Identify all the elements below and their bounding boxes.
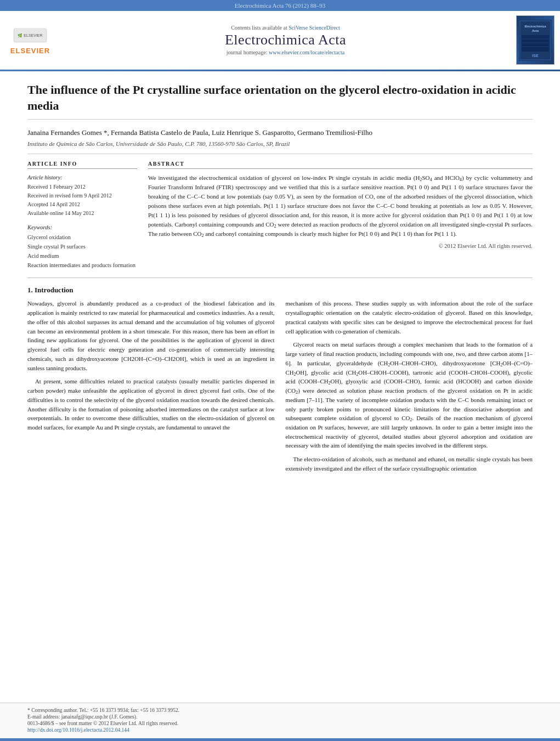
keyword-2: Single crystal Pt surfaces: [27, 244, 86, 250]
article-info-content: Article history: Received 1 February 201…: [27, 173, 137, 218]
footnote-3: 0013-4686/$ – see front matter © 2012 El…: [27, 721, 533, 726]
body-text: Nowadays, glycerol is abundantly produce…: [27, 299, 533, 477]
intro-p2: At present, some difficulties related to…: [27, 377, 275, 432]
intro-p4: Glycerol reacts on metal surfaces throug…: [286, 340, 533, 450]
svg-text:Electrochimica: Electrochimica: [524, 25, 546, 28]
affiliation: Instituto de Química de São Carlos, Univ…: [27, 140, 533, 154]
intro-p1: Nowadays, glycerol is abundantly produce…: [27, 299, 275, 372]
email-label: E-mail address: janainafg@iqsc.usp.br (J…: [27, 714, 137, 720]
authors-text: Janaina Fernandes Gomes *, Fernanda Bati…: [27, 128, 372, 137]
footnote-1: * Corresponding author. Tel.: +55 16 337…: [27, 708, 533, 713]
keyword-4: Reaction intermediates and products form…: [27, 262, 135, 268]
authors: Janaina Fernandes Gomes *, Fernanda Bati…: [27, 127, 533, 138]
journal-title: Electrochimica Acta: [60, 32, 511, 48]
keywords-label: Keywords:: [27, 223, 137, 233]
intro-heading: 1. Introduction: [27, 286, 533, 295]
article-info-label: ARTICLE INFO: [27, 161, 137, 169]
article-title: The influence of the Pt crystalline surf…: [27, 82, 533, 120]
svg-text:🌿 ELSEVIER: 🌿 ELSEVIER: [18, 33, 42, 38]
elsevier-logo: 🌿 ELSEVIER ELSEVIER: [5, 25, 55, 55]
intro-p3: mechanism of this process. These studies…: [286, 299, 533, 336]
sciencedirect-link[interactable]: SciVerse ScienceDirect: [289, 25, 340, 31]
accepted-date: Accepted 14 April 2012: [27, 200, 137, 209]
article-info-column: ARTICLE INFO Article history: Received 1…: [27, 161, 137, 270]
available-date: Available online 14 May 2012: [27, 209, 137, 218]
footer-bar: [0, 738, 560, 741]
elsevier-tree-icon: 🌿 ELSEVIER: [11, 26, 49, 47]
keyword-1: Glycerol oxidation: [27, 234, 71, 240]
abstract-column: ABSTRACT We investigated the electrochem…: [148, 161, 533, 270]
svg-text:ISE: ISE: [532, 54, 539, 58]
received-date: Received 1 February 2012: [27, 183, 137, 191]
journal-cover-image: Electrochimica Acta ISE: [519, 20, 552, 61]
page: Electrochimica Acta 76 (2012) 88–93 🌿 EL…: [0, 0, 560, 741]
journal-homepage: journal homepage: www.elsevier.com/locat…: [60, 49, 511, 55]
section-divider: [27, 278, 533, 278]
received-revised-date: Received in revised form 9 April 2012: [27, 191, 137, 200]
journal-citation-bar: Electrochimica Acta 76 (2012) 88–93: [0, 0, 560, 11]
journal-cover: Electrochimica Acta ISE: [516, 15, 555, 65]
sciencedirect-text: Contents lists available at SciVerse Sci…: [60, 25, 511, 31]
doi-anchor[interactable]: http://dx.doi.org/10.1016/j.electacta.20…: [27, 727, 129, 733]
doi-link[interactable]: http://dx.doi.org/10.1016/j.electacta.20…: [27, 727, 533, 733]
footnote-2: E-mail address: janainafg@iqsc.usp.br (J…: [27, 714, 533, 720]
abstract-text: We investigated the electrochemical oxid…: [148, 173, 533, 239]
journal-citation: Electrochimica Acta 76 (2012) 88–93: [235, 2, 326, 9]
body-col-right: mechanism of this process. These studies…: [286, 299, 533, 477]
journal-title-area: Contents lists available at SciVerse Sci…: [60, 25, 511, 55]
svg-rect-6: [522, 35, 549, 52]
history-label: Article history:: [27, 173, 137, 183]
homepage-link[interactable]: www.elsevier.com/locate/electacta: [269, 49, 344, 55]
info-abstract-section: ARTICLE INFO Article history: Received 1…: [27, 161, 533, 270]
keyword-3: Acid medium: [27, 253, 59, 259]
journal-header: 🌿 ELSEVIER ELSEVIER Contents lists avail…: [0, 11, 560, 70]
body-col-left: Nowadays, glycerol is abundantly produce…: [27, 299, 275, 477]
copyright-line: © 2012 Elsevier Ltd. All rights reserved…: [148, 243, 533, 249]
keywords-section: Keywords: Glycerol oxidation Single crys…: [27, 223, 137, 270]
article-footer: * Corresponding author. Tel.: +55 16 337…: [0, 703, 560, 738]
svg-text:Acta: Acta: [532, 29, 539, 32]
article-content: The influence of the Pt crystalline surf…: [0, 71, 560, 703]
intro-p5: The electro-oxidation of alcohols, such …: [286, 455, 533, 473]
elsevier-label: ELSEVIER: [10, 47, 50, 55]
abstract-label: ABSTRACT: [148, 161, 533, 169]
